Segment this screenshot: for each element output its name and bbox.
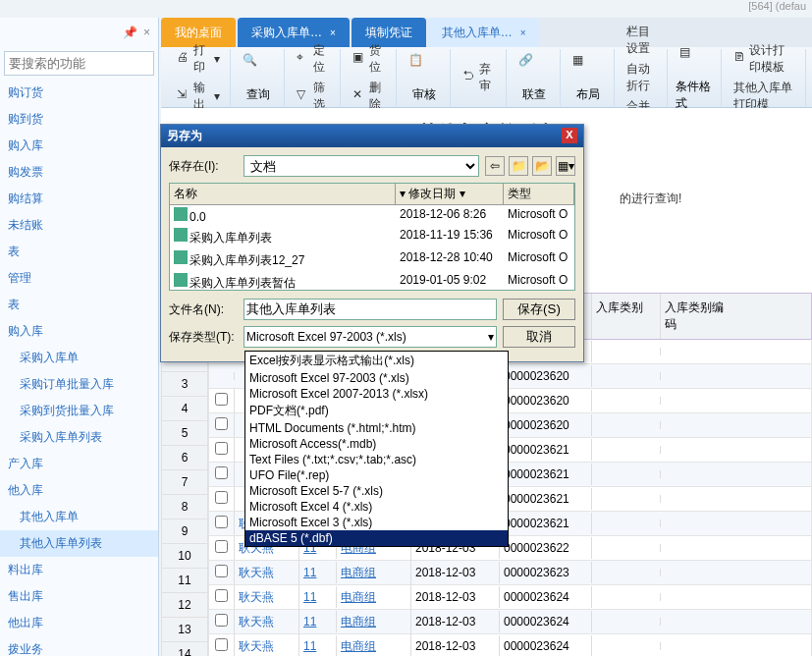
nav-item[interactable]: 其他入库单列表 (0, 530, 158, 557)
template-icon: 🖹 (733, 50, 745, 68)
filename-input[interactable] (244, 299, 497, 320)
row-number: 9 (161, 519, 208, 544)
nav-item[interactable]: 表 (0, 292, 158, 318)
file-list[interactable]: 名称 ▾ 修改日期 ▾ 类型 0.02018-12-06 8:26Microso… (169, 183, 575, 291)
nav-item[interactable]: 未结账 (0, 212, 158, 239)
nav-item[interactable]: 表 (0, 239, 158, 265)
col-date[interactable]: ▾ 修改日期 ▾ (396, 184, 504, 204)
unaudit-button[interactable]: ⮌弃审 (459, 59, 500, 96)
dropdown-item[interactable]: dBASE 5 (*.dbf) (245, 530, 508, 546)
dialog-title-bar[interactable]: 另存为 X (161, 125, 583, 147)
search-input[interactable] (9, 56, 149, 71)
file-row[interactable]: 0.02018-12-06 8:26Microsoft O (170, 205, 574, 226)
nav-item[interactable]: 购入库 (0, 133, 158, 159)
row-checkbox[interactable] (215, 540, 228, 553)
up-icon[interactable]: 📁 (509, 156, 528, 176)
print-button[interactable]: 🖨打印 ▾ (173, 40, 224, 78)
row-checkbox[interactable] (215, 442, 228, 455)
row-number: 3 (161, 372, 208, 397)
export-icon: ⇲ (177, 87, 189, 105)
dropdown-item[interactable]: Text Files (*.txt;*.csv;*.tab;*.asc) (245, 452, 508, 467)
file-row[interactable]: 采购入库单列表暂估2019-01-05 9:02Microsoft O (170, 271, 574, 291)
dropdown-item[interactable]: Microsoft Excel 4 (*.xls) (245, 499, 508, 515)
row-checkbox[interactable] (215, 393, 228, 406)
back-icon[interactable]: ⇦ (485, 156, 505, 176)
nav-item[interactable]: 他出库 (0, 610, 158, 636)
folder-select[interactable]: 文档 (244, 155, 479, 177)
chevron-down-icon: ▾ (488, 330, 494, 344)
nav-item[interactable]: 购到货 (0, 106, 158, 133)
colset-button[interactable]: 栏目设置 (623, 22, 661, 59)
search-box[interactable] (4, 51, 154, 76)
views-icon[interactable]: ▦▾ (556, 156, 575, 176)
dropdown-item[interactable]: Microsoft Excel 2007-2013 (*.xlsx) (245, 386, 508, 402)
dropdown-item[interactable]: Excel按列表显示格式输出(*.xls) (245, 352, 508, 370)
nav-item[interactable]: 管理 (0, 265, 158, 292)
row-number: 7 (161, 470, 208, 495)
link-button[interactable]: 🔗 (514, 51, 554, 86)
row-checkbox[interactable] (215, 491, 228, 504)
nav-item[interactable]: 采购订单批量入库 (0, 371, 158, 398)
row-number: 8 (161, 495, 208, 519)
nav-item[interactable]: 他入库 (0, 477, 158, 504)
nav-item[interactable]: 采购入库单列表 (0, 424, 158, 451)
cancel-button[interactable]: 取消 (503, 326, 575, 348)
close-icon[interactable]: × (143, 26, 150, 39)
delete-icon: ✕ (352, 87, 365, 105)
nav-item[interactable]: 拨业务 (0, 636, 158, 656)
col-type[interactable]: 类型 (504, 184, 574, 204)
row-checkbox[interactable] (215, 466, 228, 479)
dropdown-item[interactable]: HTML Documents (*.html;*.htm) (245, 420, 508, 436)
filetype-label: 保存类型(T): (169, 329, 238, 346)
table-row[interactable]: 耿天燕11电商组2018-12-030000023624 (208, 610, 812, 634)
newfolder-icon[interactable]: 📂 (532, 156, 552, 176)
nav-item[interactable]: 购订货 (0, 80, 158, 106)
file-row[interactable]: 采购入库单列表12_272018-12-28 10:40Microsoft O (170, 248, 574, 271)
dropdown-item[interactable]: PDF文档(*.pdf) (245, 402, 508, 420)
nav-item[interactable]: 采购入库单 (0, 345, 158, 371)
condfmt-button[interactable]: ▤ (676, 43, 715, 79)
close-icon[interactable]: × (520, 27, 526, 38)
nav-item[interactable]: 料出库 (0, 557, 158, 583)
printtmpl-button[interactable]: 🖹设计打印模板 (730, 40, 800, 78)
table-row[interactable]: 耿天燕11电商组2018-12-030000023624 (208, 585, 812, 610)
nav-item[interactable]: 产入库 (0, 451, 158, 477)
pin-icon[interactable]: 📌 (123, 26, 137, 39)
dropdown-item[interactable]: UFO File(*.rep) (245, 467, 508, 483)
nav-item[interactable]: 采购到货批量入库 (0, 398, 158, 424)
row-checkbox[interactable] (215, 516, 228, 528)
row-checkbox[interactable] (215, 565, 228, 577)
nav-item[interactable]: 购发票 (0, 159, 158, 186)
ribbon: 🖨打印 ▾ ⇲输出 ▾ 🔍 查询 ⌖定位 ▽筛选 ▣货位 ✕删除 📋 审核 ⮌弃… (161, 47, 812, 108)
dropdown-item[interactable]: Microsoft Access(*.mdb) (245, 436, 508, 452)
nav-item[interactable]: 其他入库单 (0, 504, 158, 530)
dropdown-item[interactable]: Microsoft Excel 3 (*.xls) (245, 515, 508, 530)
locate-button[interactable]: ⌖定位 (293, 40, 334, 78)
col-name[interactable]: 名称 (170, 184, 396, 204)
close-icon[interactable]: X (562, 128, 577, 143)
tab-other-in[interactable]: 其他入库单…× (428, 18, 540, 47)
table-row[interactable]: 耿天燕11电商组2018-12-030000023624 (208, 634, 812, 656)
file-row[interactable]: 采购入库单列表2018-11-19 15:36Microsoft O (170, 226, 574, 248)
dropdown-item[interactable]: Microsoft Excel 97-2003 (*.xls) (245, 370, 508, 386)
save-button[interactable]: 保存(S) (503, 299, 575, 320)
audit-button[interactable]: 📋 (405, 51, 444, 86)
layout-button[interactable]: ▦ (568, 51, 608, 86)
nav-item[interactable]: 购结算 (0, 186, 158, 212)
row-checkbox[interactable] (215, 417, 228, 430)
nav-item[interactable]: 售出库 (0, 583, 158, 610)
filetype-select[interactable]: Microsoft Excel 97-2003 (*.xls)▾ (244, 326, 497, 348)
row-checkbox[interactable] (215, 614, 228, 627)
uncheck-icon: ⮌ (462, 69, 475, 86)
query-button[interactable]: 🔍 (239, 51, 278, 86)
table-row[interactable]: 耿天燕11电商组2018-12-030000023623 (208, 561, 812, 585)
autowrap-button[interactable]: 自动折行 (623, 59, 661, 96)
excel-icon (174, 207, 188, 221)
filetype-dropdown[interactable]: Excel按列表显示格式输出(*.xls)Microsoft Excel 97-… (244, 351, 509, 547)
stock-button[interactable]: ▣货位 (349, 40, 390, 78)
row-checkbox[interactable] (215, 589, 228, 602)
dropdown-item[interactable]: Microsoft Excel 5-7 (*.xls) (245, 483, 508, 499)
row-checkbox[interactable] (215, 638, 228, 651)
nav-item[interactable]: 购入库 (0, 318, 158, 345)
close-icon[interactable]: × (330, 27, 336, 38)
